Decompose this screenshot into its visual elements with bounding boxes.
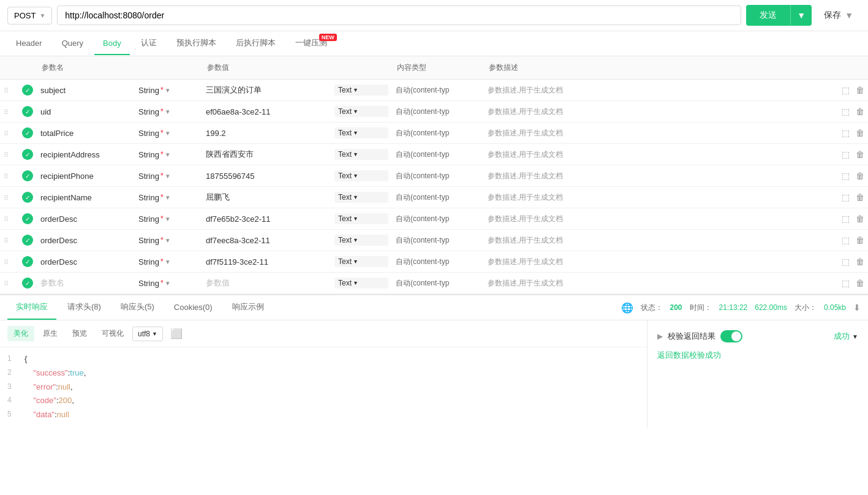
type-cell[interactable]: String * ▼ — [135, 144, 202, 165]
text-type-cell[interactable]: Text ▼ — [331, 144, 392, 165]
response-tab-res-headers[interactable]: 响应头(5) — [112, 295, 163, 320]
check-icon[interactable]: ✓ — [22, 235, 33, 246]
text-type-cell[interactable]: Text ▼ — [331, 187, 392, 208]
check-cell[interactable]: ✓ — [18, 80, 37, 101]
text-type-cell[interactable]: Text ▼ — [331, 101, 392, 123]
drag-handle-icon[interactable]: ⠿ — [4, 108, 9, 116]
type-cell[interactable]: String * ▼ — [135, 208, 202, 230]
type-cell[interactable]: String * ▼ — [135, 101, 202, 123]
drag-handle-icon[interactable]: ⠿ — [4, 259, 9, 266]
response-tab-realtime[interactable]: 实时响应 — [7, 295, 56, 320]
type-chevron-icon[interactable]: ▼ — [165, 108, 171, 115]
type-chevron-icon[interactable]: ▼ — [165, 280, 171, 287]
type-chevron-icon[interactable]: ▼ — [165, 130, 171, 137]
check-icon[interactable]: ✓ — [22, 256, 33, 267]
delete-row-icon[interactable]: 🗑 — [856, 149, 864, 159]
text-type-dropdown[interactable]: Text ▼ — [334, 127, 388, 138]
drag-handle-cell[interactable]: ⠿ — [0, 144, 18, 165]
copy-button[interactable]: ⬜ — [165, 325, 187, 342]
copy-row-icon[interactable]: ⬚ — [842, 278, 850, 288]
check-icon[interactable]: ✓ — [22, 106, 33, 117]
value-cell[interactable]: 199.2 — [202, 123, 331, 144]
drag-handle-icon[interactable]: ⠿ — [4, 87, 9, 94]
type-cell[interactable]: String * ▼ — [135, 273, 202, 294]
text-type-dropdown[interactable]: Text ▼ — [334, 213, 388, 224]
text-type-cell[interactable]: Text ▼ — [331, 273, 392, 294]
tab-pre-script[interactable]: 预执行脚本 — [168, 31, 225, 56]
name-cell[interactable]: orderDesc — [37, 208, 135, 230]
copy-row-icon[interactable]: ⬚ — [842, 107, 850, 116]
type-chevron-icon[interactable]: ▼ — [165, 173, 171, 179]
tab-one-click[interactable]: 一键压测 NEW — [287, 31, 336, 56]
format-tab-beautify[interactable]: 美化 — [7, 326, 34, 341]
type-cell[interactable]: String * ▼ — [135, 251, 202, 273]
drag-handle-icon[interactable]: ⠿ — [4, 173, 9, 180]
desc-cell[interactable]: 参数描述,用于生成文档 — [484, 101, 825, 123]
desc-cell[interactable]: 参数描述,用于生成文档 — [484, 187, 825, 208]
check-cell[interactable]: ✓ — [18, 144, 37, 165]
drag-handle-cell[interactable]: ⠿ — [0, 101, 18, 123]
tab-body[interactable]: Body — [94, 32, 130, 55]
check-icon[interactable]: ✓ — [22, 149, 33, 160]
name-cell[interactable]: totalPrice — [37, 123, 135, 144]
drag-handle-icon[interactable]: ⠿ — [4, 130, 9, 137]
text-type-dropdown[interactable]: Text ▼ — [334, 278, 388, 289]
response-tab-cookies[interactable]: Cookies(0) — [165, 297, 221, 319]
type-chevron-icon[interactable]: ▼ — [165, 216, 171, 222]
drag-handle-icon[interactable]: ⠿ — [4, 216, 9, 223]
text-type-cell[interactable]: Text ▼ — [331, 208, 392, 230]
name-cell[interactable]: subject — [37, 80, 135, 101]
check-cell[interactable]: ✓ — [18, 101, 37, 123]
text-type-cell[interactable]: Text ▼ — [331, 123, 392, 144]
drag-handle-icon[interactable]: ⠿ — [4, 237, 9, 244]
save-dropdown-icon[interactable]: ▼ — [845, 10, 853, 20]
value-cell[interactable]: df7e65b2-3ce2-11 — [202, 208, 331, 230]
delete-row-icon[interactable]: 🗑 — [856, 128, 864, 138]
drag-handle-cell[interactable]: ⠿ — [0, 123, 18, 144]
desc-cell[interactable]: 参数描述,用于生成文档 — [484, 208, 825, 230]
drag-handle-icon[interactable]: ⠿ — [4, 194, 9, 202]
type-cell[interactable]: String * ▼ — [135, 187, 202, 208]
value-cell[interactable]: df7eec8a-3ce2-11 — [202, 230, 331, 251]
check-cell[interactable]: ✓ — [18, 273, 37, 294]
name-cell[interactable]: orderDesc — [37, 230, 135, 251]
method-dropdown[interactable]: POST ▼ — [7, 7, 52, 25]
text-type-dropdown[interactable]: Text ▼ — [334, 170, 388, 181]
delete-row-icon[interactable]: 🗑 — [856, 278, 864, 288]
text-type-cell[interactable]: Text ▼ — [331, 230, 392, 251]
success-dropdown[interactable]: 成功 ▼ — [834, 331, 858, 342]
name-cell[interactable]: recipientName — [37, 187, 135, 208]
drag-handle-icon[interactable]: ⠿ — [4, 280, 9, 287]
name-cell[interactable]: recipientAddress — [37, 144, 135, 165]
format-tab-visual[interactable]: 可视化 — [96, 326, 130, 341]
copy-row-icon[interactable]: ⬚ — [842, 214, 850, 224]
expand-arrow-icon[interactable]: ▶ — [657, 332, 663, 341]
type-cell[interactable]: String * ▼ — [135, 165, 202, 187]
copy-row-icon[interactable]: ⬚ — [842, 171, 850, 181]
check-cell[interactable]: ✓ — [18, 230, 37, 251]
check-cell[interactable]: ✓ — [18, 187, 37, 208]
name-cell[interactable]: orderDesc — [37, 251, 135, 273]
tab-query[interactable]: Query — [53, 32, 92, 55]
name-cell[interactable]: uid — [37, 101, 135, 123]
check-icon[interactable]: ✓ — [22, 278, 33, 289]
value-cell[interactable]: ef06ae8a-3ce2-11 — [202, 101, 331, 123]
copy-row-icon[interactable]: ⬚ — [842, 192, 850, 202]
check-cell[interactable]: ✓ — [18, 251, 37, 273]
text-type-dropdown[interactable]: Text ▼ — [334, 235, 388, 246]
response-tab-req-headers[interactable]: 请求头(8) — [59, 295, 110, 320]
save-button[interactable]: 保存 ▼ — [817, 5, 861, 26]
name-cell[interactable]: 参数名 — [37, 273, 135, 294]
text-type-dropdown[interactable]: Text ▼ — [334, 192, 388, 203]
check-cell[interactable]: ✓ — [18, 165, 37, 187]
url-input[interactable] — [57, 6, 741, 25]
type-chevron-icon[interactable]: ▼ — [165, 194, 171, 201]
type-chevron-icon[interactable]: ▼ — [165, 87, 171, 94]
download-icon[interactable]: ⬇ — [853, 303, 861, 312]
type-chevron-icon[interactable]: ▼ — [165, 259, 171, 265]
copy-row-icon[interactable]: ⬚ — [842, 85, 850, 95]
text-type-cell[interactable]: Text ▼ — [331, 251, 392, 273]
text-type-dropdown[interactable]: Text ▼ — [334, 149, 388, 160]
delete-row-icon[interactable]: 🗑 — [856, 85, 864, 95]
check-icon[interactable]: ✓ — [22, 170, 33, 181]
